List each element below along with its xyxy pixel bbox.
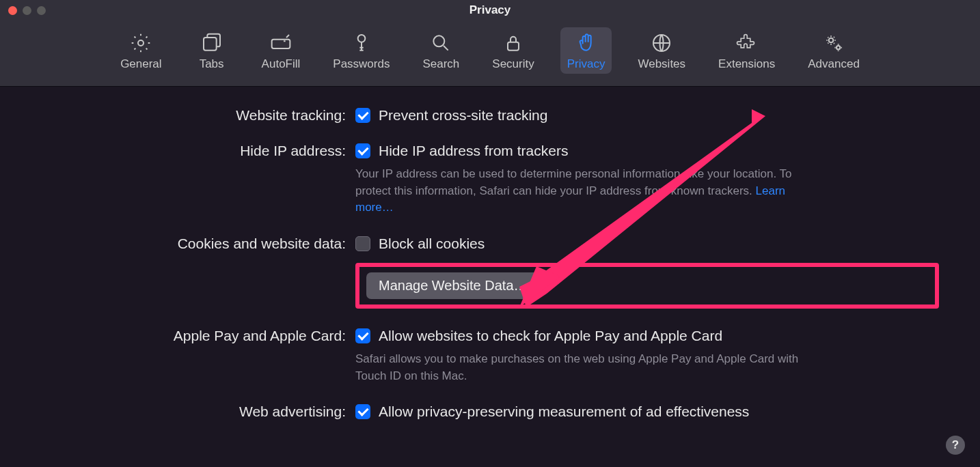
- svg-point-3: [358, 35, 366, 42]
- svg-point-7: [829, 38, 834, 43]
- desc-apple-pay: Safari allows you to make purchases on t…: [355, 351, 800, 384]
- checkbox-apple-pay[interactable]: [355, 328, 370, 343]
- manage-website-data-button[interactable]: Manage Website Data…: [366, 272, 540, 299]
- tab-advanced[interactable]: Advanced: [801, 27, 867, 74]
- tab-extensions[interactable]: Extensions: [711, 27, 782, 74]
- row-website-tracking: Website tracking: Prevent cross-site tra…: [41, 107, 939, 124]
- label-hide-ip: Hide IP address:: [41, 143, 355, 159]
- preferences-toolbar: General Tabs AutoFill Passwords Search: [0, 20, 980, 87]
- row-cookies: Cookies and website data: Block all cook…: [41, 236, 939, 309]
- option-prevent-cross-site: Prevent cross-site tracking: [379, 107, 547, 124]
- tab-label: Tabs: [200, 57, 224, 71]
- option-hide-ip: Hide IP address from trackers: [379, 143, 568, 159]
- option-apple-pay: Allow websites to check for Apple Pay an…: [379, 328, 722, 344]
- tab-label: Privacy: [567, 57, 605, 71]
- tab-label: AutoFill: [262, 57, 301, 71]
- puzzle-icon: [735, 31, 759, 55]
- globe-icon: [650, 31, 673, 55]
- hand-icon: [575, 31, 598, 55]
- checkbox-hide-ip[interactable]: [355, 143, 370, 158]
- svg-point-0: [138, 40, 144, 46]
- tab-tabs[interactable]: Tabs: [188, 27, 236, 74]
- titlebar: Privacy: [0, 0, 980, 20]
- tab-general[interactable]: General: [113, 27, 168, 74]
- tab-privacy[interactable]: Privacy: [560, 27, 612, 74]
- tab-label: Passwords: [333, 57, 390, 71]
- svg-rect-5: [508, 42, 519, 51]
- window-title: Privacy: [0, 3, 980, 17]
- checkbox-block-cookies[interactable]: [355, 236, 370, 251]
- tab-autofill[interactable]: AutoFill: [255, 27, 308, 74]
- svg-rect-1: [204, 38, 217, 51]
- svg-point-8: [836, 46, 840, 49]
- tab-websites[interactable]: Websites: [631, 27, 692, 74]
- desc-hide-ip: Your IP address can be used to determine…: [355, 166, 800, 216]
- svg-rect-2: [272, 40, 290, 48]
- gears-icon: [822, 31, 845, 55]
- tabs-icon: [200, 31, 223, 55]
- key-icon: [350, 31, 373, 55]
- lock-icon: [502, 31, 525, 55]
- checkbox-prevent-cross-site[interactable]: [355, 108, 370, 123]
- label-cookies: Cookies and website data:: [41, 236, 355, 252]
- label-web-advertising: Web advertising:: [41, 404, 355, 420]
- gear-icon: [129, 31, 152, 55]
- privacy-settings-panel: Website tracking: Prevent cross-site tra…: [0, 87, 980, 420]
- row-hide-ip: Hide IP address: Hide IP address from tr…: [41, 143, 939, 216]
- row-apple-pay: Apple Pay and Apple Card: Allow websites…: [41, 328, 939, 384]
- option-block-cookies: Block all cookies: [379, 236, 485, 252]
- tab-label: Security: [492, 57, 534, 71]
- label-apple-pay: Apple Pay and Apple Card:: [41, 328, 355, 344]
- tab-passwords[interactable]: Passwords: [326, 27, 396, 74]
- tab-label: Search: [422, 57, 459, 71]
- tab-label: General: [120, 57, 161, 71]
- label-website-tracking: Website tracking:: [41, 107, 355, 124]
- tab-security[interactable]: Security: [485, 27, 541, 74]
- autofill-icon: [269, 31, 292, 55]
- help-button[interactable]: ?: [946, 436, 965, 455]
- search-icon: [429, 31, 452, 55]
- option-web-advertising: Allow privacy-preserving measurement of …: [379, 404, 749, 420]
- svg-point-4: [434, 36, 445, 46]
- row-web-advertising: Web advertising: Allow privacy-preservin…: [41, 404, 939, 420]
- checkbox-web-advertising[interactable]: [355, 404, 370, 419]
- tab-label: Advanced: [808, 57, 860, 71]
- annotation-highlight: Manage Website Data…: [355, 263, 939, 309]
- tab-label: Websites: [638, 57, 685, 71]
- tab-search[interactable]: Search: [416, 27, 466, 74]
- tab-label: Extensions: [718, 57, 775, 71]
